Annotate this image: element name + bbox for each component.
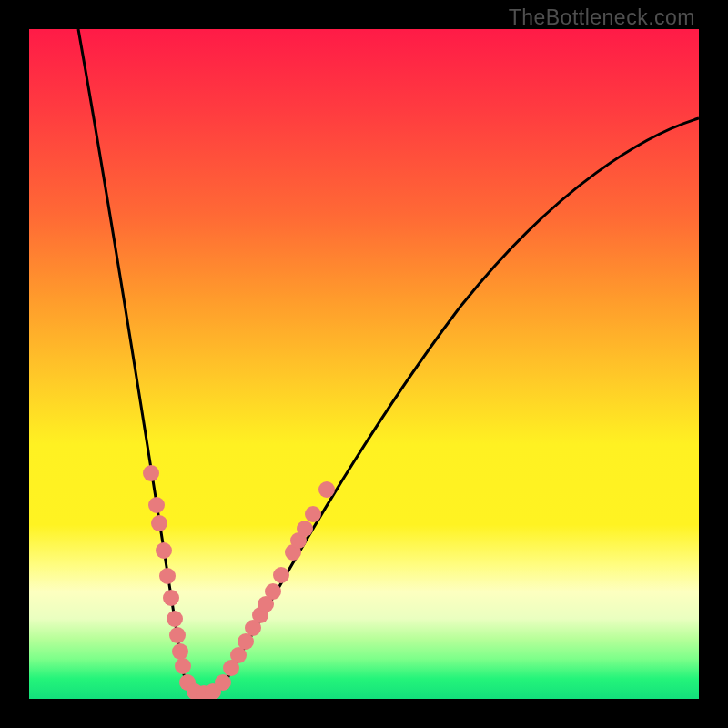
watermark-text: TheBottleneck.com (509, 5, 695, 30)
data-point (159, 568, 176, 584)
data-markers (143, 465, 335, 699)
data-point (297, 521, 313, 537)
data-point (215, 674, 231, 691)
data-point (163, 590, 179, 606)
data-point (169, 627, 186, 643)
data-point (265, 583, 281, 600)
data-point (305, 506, 321, 522)
data-point (172, 643, 188, 660)
data-point (175, 658, 191, 674)
data-point (318, 481, 335, 498)
data-point (156, 542, 172, 559)
data-point (151, 515, 167, 531)
chart-svg (29, 29, 699, 699)
data-point (143, 465, 159, 481)
data-point (167, 611, 183, 627)
data-point (273, 567, 289, 583)
data-point (148, 497, 165, 513)
